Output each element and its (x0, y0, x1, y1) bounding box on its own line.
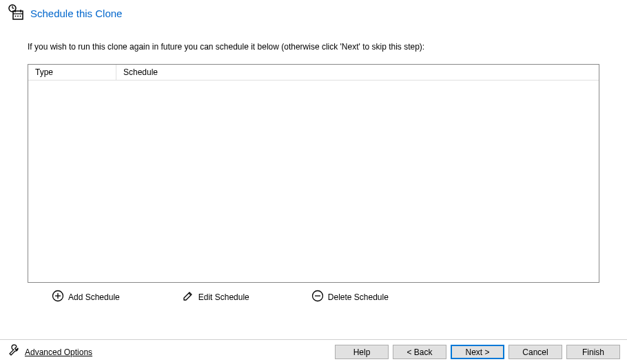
svg-point-7 (15, 16, 17, 17)
page-title: Schedule this Clone (30, 8, 122, 19)
next-button[interactable]: Next > (451, 345, 504, 359)
schedule-icon (7, 3, 25, 23)
footer-buttons: Help < Back Next > Cancel Finish (335, 345, 620, 359)
wrench-icon (7, 344, 21, 360)
delete-schedule-button[interactable]: Delete Schedule (311, 290, 389, 304)
add-schedule-label: Add Schedule (68, 292, 120, 302)
back-button[interactable]: < Back (393, 345, 446, 359)
svg-point-9 (20, 16, 21, 17)
svg-rect-3 (13, 11, 23, 19)
plus-circle-icon (52, 290, 64, 304)
help-button[interactable]: Help (335, 345, 389, 359)
delete-schedule-label: Delete Schedule (328, 292, 389, 302)
cancel-button[interactable]: Cancel (508, 345, 562, 359)
table-actions: Add Schedule Edit Schedule Delete Schedu… (0, 283, 627, 311)
svg-point-8 (17, 16, 19, 17)
instruction-text: If you wish to run this clone again in f… (0, 27, 627, 64)
schedule-table: Type Schedule (28, 64, 599, 283)
table-header-row: Type Schedule (28, 65, 599, 81)
finish-button[interactable]: Finish (566, 345, 620, 359)
edit-schedule-label: Edit Schedule (198, 292, 249, 302)
wizard-footer: Advanced Options Help < Back Next > Canc… (0, 339, 627, 364)
footer-left: Advanced Options (7, 344, 92, 360)
minus-circle-icon (311, 290, 324, 304)
page-header: Schedule this Clone (0, 0, 627, 27)
edit-schedule-button[interactable]: Edit Schedule (182, 290, 249, 304)
advanced-options-link[interactable]: Advanced Options (25, 347, 92, 357)
add-schedule-button[interactable]: Add Schedule (52, 290, 120, 304)
column-header-schedule[interactable]: Schedule (116, 65, 599, 80)
column-header-type[interactable]: Type (28, 65, 116, 80)
pencil-icon (182, 290, 194, 304)
